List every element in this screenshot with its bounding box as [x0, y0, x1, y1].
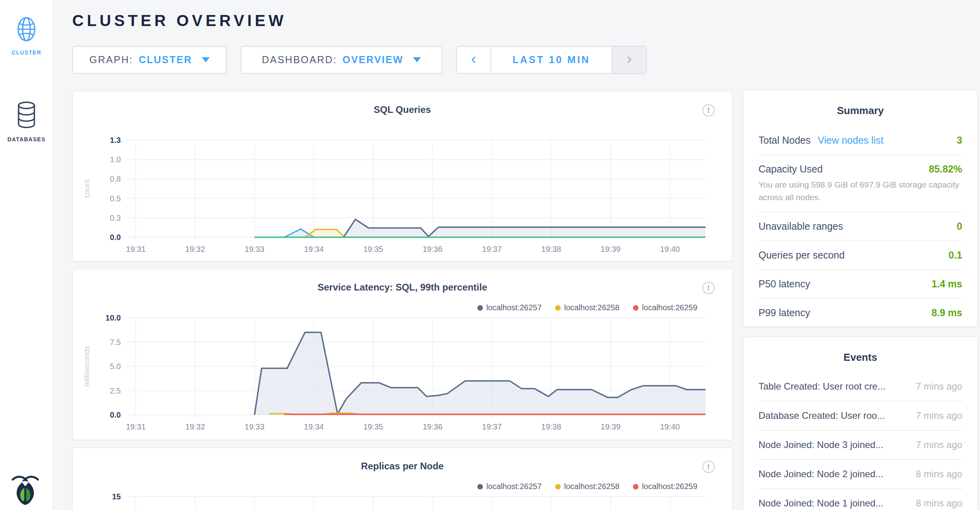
event-row[interactable]: Table Created: User root cre...7 mins ag… — [758, 372, 962, 401]
event-text: Node Joined: Node 2 joined... — [758, 469, 883, 480]
summary-row: Queries per second0.1 — [758, 240, 962, 269]
summary-row-value: 85.82% — [929, 163, 962, 175]
summary-row-label: Total Nodes — [758, 135, 811, 146]
summary-row-value: 1.4 ms — [931, 278, 962, 290]
summary-row-subtext: You are using 598.9 GiB of 697.9 GiB sto… — [758, 178, 962, 203]
summary-row: P99 latency8.9 ms — [758, 298, 962, 327]
graph-dropdown-value: CLUSTER — [139, 54, 192, 66]
event-text: Database Created: User roo... — [758, 410, 885, 421]
summary-row-label: Queries per second — [758, 249, 845, 261]
summary-row: P50 latency1.4 ms — [758, 269, 962, 298]
time-range-selector: ‹ LAST 10 MIN › — [456, 46, 647, 74]
svg-text:5.0: 5.0 — [110, 362, 121, 371]
svg-text:19:34: 19:34 — [304, 245, 324, 253]
event-time: 8 mins ago — [916, 498, 962, 509]
event-text: Node Joined: Node 1 joined... — [758, 498, 883, 509]
summary-row: Unavailable ranges0 — [758, 212, 962, 240]
svg-text:2.5: 2.5 — [110, 386, 121, 395]
graph-dropdown-label: GRAPH: — [89, 54, 133, 66]
summary-row: Total NodesView nodes list3 — [758, 126, 962, 154]
sql-queries-card: SQL Queries ! 1.31.00.80.50.30.019:3119:… — [72, 91, 732, 261]
summary-row: Capacity Used85.82%You are using 598.9 G… — [758, 154, 962, 212]
event-time: 8 mins ago — [916, 469, 962, 480]
cockroach-logo — [11, 473, 39, 505]
dashboard-dropdown[interactable]: DASHBOARD: OVERVIEW — [240, 46, 442, 74]
event-row[interactable]: Node Joined: Node 2 joined...8 mins ago — [758, 459, 962, 488]
globe-icon — [14, 17, 39, 43]
svg-text:19:31: 19:31 — [126, 245, 146, 253]
svg-text:milliseconds: milliseconds — [83, 346, 91, 386]
dashboard-dropdown-value: OVERVIEW — [343, 54, 404, 66]
svg-text:0.8: 0.8 — [110, 174, 121, 183]
dashboard-controls: GRAPH: CLUSTER DASHBOARD: OVERVIEW ‹ LAS… — [72, 46, 647, 74]
summary-panel: Summary Total NodesView nodes list3Capac… — [743, 90, 978, 327]
svg-text:19:39: 19:39 — [601, 245, 620, 253]
sidebar-item-label: DATABASES — [8, 136, 46, 142]
svg-text:count: count — [83, 179, 91, 198]
event-time: 7 mins ago — [916, 439, 962, 450]
graph-dropdown[interactable]: GRAPH: CLUSTER — [72, 46, 227, 74]
svg-text:1.3: 1.3 — [110, 136, 121, 144]
svg-text:19:37: 19:37 — [482, 245, 502, 253]
svg-text:10.0: 10.0 — [105, 313, 121, 322]
summary-row-label: Capacity Used — [758, 163, 823, 175]
svg-text:19:33: 19:33 — [245, 422, 265, 431]
event-text: Node Joined: Node 3 joined... — [758, 439, 883, 450]
event-row[interactable]: Database Created: User roo...7 mins ago — [758, 401, 962, 430]
svg-text:19:32: 19:32 — [185, 422, 205, 431]
replicas-per-node-chart[interactable]: 15105019:3119:3219:3319:3419:3519:3619:3… — [73, 448, 732, 510]
svg-text:7.5: 7.5 — [110, 338, 121, 347]
databases-icon — [15, 101, 38, 130]
dashboard-dropdown-label: DASHBOARD: — [262, 54, 337, 66]
svg-text:0.5: 0.5 — [110, 194, 121, 203]
svg-text:19:40: 19:40 — [660, 245, 680, 253]
svg-text:1.0: 1.0 — [110, 155, 121, 164]
svg-text:19:40: 19:40 — [660, 422, 680, 431]
summary-row-value: 0 — [957, 221, 962, 232]
service-latency-sql-99th-percentile-card: Service Latency: SQL, 99th percentile ! … — [72, 269, 732, 440]
chevron-down-icon — [413, 57, 421, 62]
event-text: Table Created: User root cre... — [758, 381, 885, 392]
summary-row-value: 0.1 — [948, 249, 962, 261]
page-title: CLUSTER OVERVIEW — [72, 12, 287, 30]
svg-text:19:36: 19:36 — [422, 245, 442, 253]
svg-text:19:32: 19:32 — [185, 245, 205, 253]
sidebar-item-label: CLUSTER — [11, 49, 41, 56]
time-range-prev-button[interactable]: ‹ — [457, 47, 491, 73]
sidebar: CLUSTER DATABASES — [0, 0, 53, 510]
svg-text:15: 15 — [112, 492, 121, 501]
svg-text:0.0: 0.0 — [110, 411, 121, 419]
event-time: 7 mins ago — [916, 381, 962, 392]
time-range-label[interactable]: LAST 10 MIN — [491, 47, 612, 73]
replicas-per-node-card: Replicas per Node ! localhost:26257local… — [72, 448, 732, 510]
svg-text:19:36: 19:36 — [422, 422, 442, 431]
events-panel: Events Table Created: User root cre...7 … — [743, 337, 978, 510]
svg-text:19:34: 19:34 — [304, 422, 324, 431]
summary-title: Summary — [743, 90, 977, 117]
summary-row-label: P99 latency — [758, 307, 810, 319]
summary-row-value: 8.9 ms — [931, 307, 962, 319]
svg-text:0.0: 0.0 — [110, 233, 121, 242]
sql-queries-chart[interactable]: 1.31.00.80.50.30.019:3119:3219:3319:3419… — [73, 92, 732, 262]
svg-text:19:35: 19:35 — [363, 422, 383, 431]
summary-row-label: P50 latency — [758, 278, 810, 290]
svg-text:19:38: 19:38 — [541, 422, 561, 431]
svg-text:19:31: 19:31 — [126, 422, 146, 431]
svg-text:19:33: 19:33 — [245, 245, 265, 253]
svg-text:19:39: 19:39 — [601, 422, 620, 431]
view-nodes-link[interactable]: View nodes list — [818, 135, 883, 146]
svg-text:0.3: 0.3 — [110, 214, 121, 222]
event-time: 7 mins ago — [916, 410, 962, 421]
chevron-down-icon — [202, 57, 210, 62]
event-row[interactable]: Node Joined: Node 3 joined...7 mins ago — [758, 430, 962, 459]
summary-row-label: Unavailable ranges — [758, 221, 843, 232]
event-row[interactable]: Node Joined: Node 1 joined...8 mins ago — [758, 488, 962, 510]
events-title: Events — [743, 337, 977, 364]
service-latency-sql-99th-percentile-chart[interactable]: 10.07.55.02.50.019:3119:3219:3319:3419:3… — [73, 269, 732, 441]
sidebar-item-cluster[interactable]: CLUSTER — [0, 17, 53, 56]
svg-text:19:37: 19:37 — [482, 422, 502, 431]
sidebar-item-databases[interactable]: DATABASES — [0, 101, 53, 142]
time-range-next-button[interactable]: › — [612, 47, 646, 73]
svg-text:19:38: 19:38 — [541, 245, 561, 253]
summary-row-value: 3 — [957, 135, 962, 146]
